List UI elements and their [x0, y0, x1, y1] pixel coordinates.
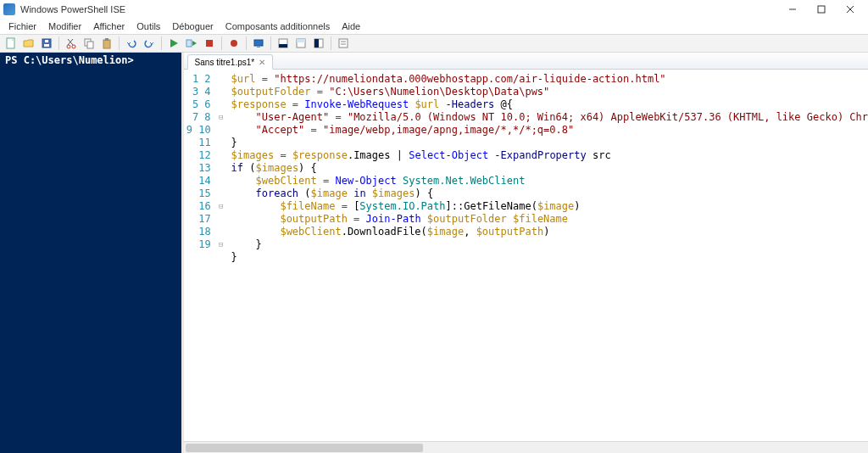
show-both-icon[interactable]: [311, 36, 326, 51]
menubar: Fichier Modifier Afficher Outils Débogue…: [0, 19, 868, 34]
svg-point-10: [67, 45, 70, 48]
stop-icon[interactable]: [202, 36, 217, 51]
show-script-icon[interactable]: [293, 36, 309, 51]
toolbar: [0, 34, 868, 53]
svg-rect-6: [44, 44, 49, 47]
toolbar-separator: [58, 36, 59, 50]
breakpoint-icon[interactable]: [226, 36, 242, 51]
toolbar-separator: [246, 36, 247, 50]
svg-rect-27: [339, 39, 348, 48]
save-icon[interactable]: [39, 36, 54, 51]
command-addon-icon[interactable]: [336, 36, 351, 51]
code-body[interactable]: $url = "https://numeliondata.000webhosta…: [226, 70, 868, 441]
cut-icon[interactable]: [64, 36, 79, 51]
console-prompt: PS C:\Users\Numelion>: [5, 54, 134, 66]
svg-point-18: [231, 40, 237, 47]
code-editor[interactable]: 1 2 3 4 5 6 7 8 9 10 11 12 13 14 15 16 1…: [184, 70, 868, 441]
tab-close-icon[interactable]: ✕: [259, 58, 265, 67]
editor-pane: Sans titre1.ps1* ✕ 1 2 3 4 5 6 7 8 9 10 …: [184, 53, 868, 453]
menu-addons[interactable]: Composants additionnels: [220, 20, 336, 32]
run-icon[interactable]: [166, 36, 181, 51]
menu-view[interactable]: Afficher: [88, 20, 130, 32]
toolbar-separator: [161, 36, 162, 50]
fold-gutter[interactable]: ⊟⊟⊟: [216, 70, 226, 441]
line-gutter: 1 2 3 4 5 6 7 8 9 10 11 12 13 14 15 16 1…: [184, 70, 216, 441]
svg-rect-26: [314, 39, 319, 48]
menu-edit[interactable]: Modifier: [43, 20, 86, 32]
app-icon: [3, 3, 15, 15]
tab-label: Sans titre1.ps1*: [195, 58, 255, 67]
toolbar-separator: [331, 36, 331, 50]
close-button[interactable]: [836, 1, 865, 18]
svg-rect-22: [279, 44, 287, 48]
script-tab[interactable]: Sans titre1.ps1* ✕: [187, 54, 274, 70]
open-icon[interactable]: [21, 36, 36, 51]
titlebar: Windows PowerShell ISE: [0, 0, 868, 19]
copy-icon[interactable]: [81, 36, 97, 51]
svg-rect-7: [45, 40, 48, 42]
undo-icon[interactable]: [124, 36, 139, 51]
svg-rect-13: [87, 42, 93, 48]
menu-file[interactable]: Fichier: [3, 20, 42, 32]
menu-help[interactable]: Aide: [337, 20, 365, 32]
svg-rect-15: [105, 38, 108, 41]
window-title: Windows PowerShell ISE: [20, 4, 778, 14]
tabstrip: Sans titre1.ps1* ✕: [184, 53, 868, 70]
new-icon[interactable]: [3, 36, 19, 51]
paste-icon[interactable]: [99, 36, 114, 51]
run-selection-icon[interactable]: [184, 36, 199, 51]
redo-icon[interactable]: [142, 36, 157, 51]
svg-rect-19: [254, 40, 263, 46]
toolbar-separator: [221, 36, 222, 50]
show-console-icon[interactable]: [275, 36, 291, 51]
svg-rect-1: [818, 6, 825, 13]
maximize-button[interactable]: [807, 1, 836, 18]
minimize-button[interactable]: [778, 1, 807, 18]
svg-rect-24: [297, 39, 305, 42]
svg-rect-14: [103, 40, 110, 48]
scrollbar-thumb[interactable]: [186, 444, 423, 452]
menu-tools[interactable]: Outils: [131, 20, 165, 32]
console-pane[interactable]: PS C:\Users\Numelion>: [0, 53, 184, 453]
horizontal-scrollbar[interactable]: [184, 441, 868, 453]
svg-rect-16: [186, 40, 192, 47]
menu-debug[interactable]: Déboguer: [167, 20, 218, 32]
toolbar-separator: [270, 36, 271, 50]
remote-icon[interactable]: [251, 36, 266, 51]
svg-point-11: [72, 45, 75, 48]
toolbar-separator: [119, 36, 120, 50]
svg-rect-20: [257, 47, 260, 48]
svg-rect-17: [206, 40, 213, 47]
